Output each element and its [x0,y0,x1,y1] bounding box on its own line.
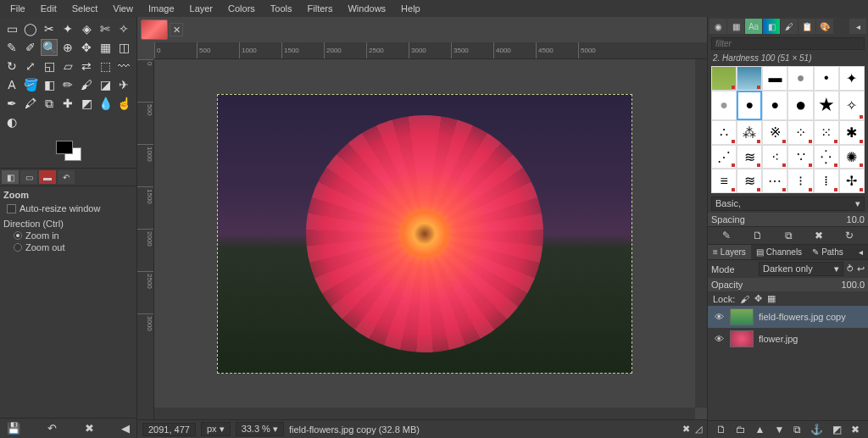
tool-free-select[interactable]: ✂ [41,20,58,37]
lock-alpha-icon[interactable]: ▦ [767,293,776,304]
status-cancel-icon[interactable]: ✖ [682,424,690,435]
dock-tab-brushes[interactable]: ◉ [709,19,726,34]
mode-select[interactable]: Darken only▾ [759,262,843,276]
new-group-icon[interactable]: 🗀 [736,424,746,435]
tool-zoom[interactable]: 🔍 [41,39,58,56]
tool-rect-select[interactable]: ▭ [3,20,20,37]
zoom-in-radio[interactable] [14,231,22,240]
dock-tab-gradients[interactable]: ◧ [763,19,780,34]
duplicate-brush-icon[interactable]: ⧉ [785,230,793,241]
auto-resize-checkbox[interactable] [7,204,16,213]
dock-tab-palettes[interactable]: 🖌 [781,19,798,34]
tool-align[interactable]: ▦ [97,39,114,56]
scrollbar-horizontal[interactable] [154,408,695,419]
tool-eraser[interactable]: ◪ [97,76,114,93]
canvas-area[interactable] [154,59,695,408]
tool-by-color[interactable]: ◈ [78,20,95,37]
brush-item[interactable]: ≋ [737,145,762,169]
tool-perspective[interactable]: ▱ [59,58,76,75]
tool-perspective-clone[interactable]: ◩ [78,95,95,112]
tool-measure[interactable]: ⊕ [59,39,76,56]
brush-item[interactable]: ▬ [762,66,787,91]
raise-layer-icon[interactable]: ▲ [755,424,765,435]
tool-paintbrush[interactable]: 🖌 [78,76,95,93]
tool-color-picker[interactable]: ✐ [22,39,39,56]
layer-name[interactable]: field-flowers.jpg copy [759,312,846,322]
tool-fuzzy-select[interactable]: ✦ [59,20,76,37]
menu-windows[interactable]: Windows [341,2,392,15]
tool-gradient[interactable]: ◧ [41,76,58,93]
brush-item[interactable]: ≋ [737,169,762,193]
menu-help[interactable]: Help [394,2,427,15]
save-preset-icon[interactable]: 💾 [7,422,20,435]
layer-item[interactable]: 👁 flower.jpg [708,328,868,350]
brush-item[interactable]: ✺ [839,145,865,169]
brush-item[interactable]: ∴ [711,120,737,145]
lower-layer-icon[interactable]: ▼ [774,424,784,435]
tool-ellipse-select[interactable]: ◯ [22,20,39,37]
tool-paths[interactable]: ✎ [3,39,20,56]
tool-blur[interactable]: 💧 [97,95,114,112]
visibility-icon[interactable]: 👁 [713,312,725,322]
brush-item[interactable]: ∵ [787,145,813,169]
mode-switch-icon[interactable]: ⥁ [847,263,854,274]
status-zoom-select[interactable]: 33.3 % ▾ [236,422,284,436]
dock-tab-menu[interactable]: ◂ [849,19,866,34]
tab-paths[interactable]: ✎ Paths [807,245,849,259]
brush-item[interactable]: ✱ [839,120,865,145]
tool-ink[interactable]: ✒ [3,95,20,112]
brush-item[interactable]: ⁙ [814,120,839,145]
menu-colors[interactable]: Colors [221,2,262,15]
menu-tools[interactable]: Tools [264,2,299,15]
tool-smudge[interactable]: ☝ [115,95,132,112]
tool-pencil[interactable]: ✏ [59,76,76,93]
tool-warp[interactable]: 〰 [115,58,132,75]
tool-scale[interactable]: ⤢ [22,58,39,75]
layer-item[interactable]: 👁 field-flowers.jpg copy [708,306,868,328]
menu-view[interactable]: View [106,2,140,15]
tab-channels[interactable]: ▤ Channels [751,245,807,259]
zoom-out-radio[interactable] [14,243,22,252]
menu-edit[interactable]: Edit [34,2,64,15]
brush-item[interactable] [737,66,762,91]
brush-item[interactable]: ● [787,66,813,91]
brush-item[interactable]: ≡ [711,169,737,193]
tool-clone[interactable]: ⧉ [41,95,58,112]
ruler-horizontal[interactable]: 0500100015002000250030003500400045005000 [154,42,707,59]
brush-item[interactable]: ⁂ [737,120,762,145]
brush-item[interactable]: ✦ [839,66,865,91]
brush-item[interactable]: ⁛ [814,145,839,169]
edit-brush-icon[interactable]: ✎ [722,230,731,241]
tool-flip[interactable]: ⇄ [78,58,95,75]
menu-filters[interactable]: Filters [301,2,340,15]
dock-tab-fonts[interactable]: Aa [745,19,762,34]
brush-item[interactable]: ★ [814,91,839,121]
menu-file[interactable]: File [3,2,32,15]
brush-item[interactable]: ✧ [839,91,865,121]
new-brush-icon[interactable]: 🗋 [753,230,763,241]
tool-heal[interactable]: ✚ [59,95,76,112]
visibility-icon[interactable]: 👁 [713,334,725,344]
brush-item[interactable]: ※ [762,120,787,145]
brush-item[interactable]: ⁘ [787,120,813,145]
dock-tab-patterns[interactable]: ▦ [727,19,744,34]
brush-filter-input[interactable] [711,37,865,50]
tab-layers[interactable]: ≡ Layers [708,245,751,259]
tool-shear[interactable]: ◱ [41,58,58,75]
dock-tab-paint[interactable]: 🎨 [816,19,833,34]
lock-pixels-icon[interactable]: 🖌 [740,294,749,304]
restore-preset-icon[interactable]: ↶ [47,422,57,435]
brush-item[interactable]: ⁞ [814,169,839,193]
ruler-vertical[interactable]: 050010001500200025003000 [137,59,154,419]
reset-preset-icon[interactable]: ◀ [121,422,130,435]
status-nav-icon[interactable]: ◿ [695,424,702,435]
brush-item[interactable]: ⋯ [762,169,787,193]
tool-iscissors[interactable]: ✄ [97,20,114,37]
tool-text[interactable]: A [3,76,20,93]
opacity-value[interactable]: 100.0 [841,280,865,290]
brush-item[interactable]: ⁖ [762,145,787,169]
refresh-brush-icon[interactable]: ↻ [845,230,854,241]
delete-brush-icon[interactable]: ✖ [815,230,823,241]
foreground-color[interactable] [56,141,73,154]
mode-reset-icon[interactable]: ↩ [857,263,865,274]
